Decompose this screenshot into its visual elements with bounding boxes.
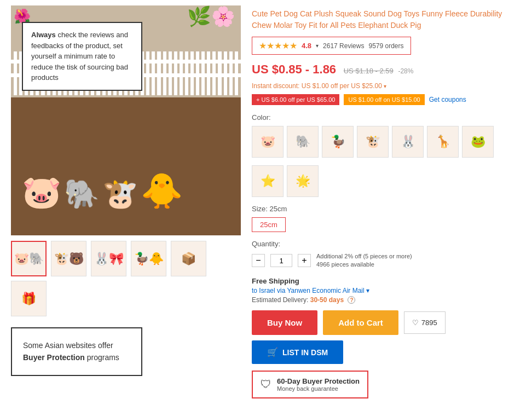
shipping-chevron: ▾ xyxy=(366,287,369,294)
right-panel: Cute Pet Dog Cat Plush Squeak Sound Dog … xyxy=(252,5,521,398)
quantity-section: Quantity: − + Additional 2% off (5 piece… xyxy=(252,240,521,269)
quantity-input[interactable] xyxy=(270,254,292,267)
add-to-cart-button[interactable]: Add to Cart xyxy=(323,310,398,335)
buyer-protection-badge: 🛡 60-Day Buyer Protection Money back gua… xyxy=(252,371,368,398)
size-label: Size: 25cm xyxy=(252,205,521,213)
price-section: US $0.85 - 1.86 US $1.18 - 2.59 -28% xyxy=(252,62,521,77)
wishlist-count: 7895 xyxy=(421,319,437,327)
rating-score: 4.8 xyxy=(302,42,311,50)
star-rating-icon: ★★★★★ xyxy=(259,41,297,51)
color-swatch-pig[interactable]: 🐷 xyxy=(252,126,284,158)
toys-display: 🐷 🐘 🐮 🐥 xyxy=(22,174,230,208)
shipping-section: Free Shipping to Israel via Yanwen Econo… xyxy=(252,277,521,304)
note-bold: Buyer Protection xyxy=(23,353,85,362)
plant-decoration: 🌿🌸 xyxy=(187,5,235,28)
quantity-info: Additional 2% off (5 pieces or more)4966… xyxy=(316,252,412,269)
action-buttons-row: Buy Now Add to Cart ♡ 7895 xyxy=(252,310,521,335)
list-in-dsm-button[interactable]: 🛒 LIST IN DSM xyxy=(252,340,343,364)
thumbnail-strip: 🐷🐘 🐮🐻 🐰🎀 🦆🐥 📦 🎁 xyxy=(11,241,241,316)
color-options-row2: ⭐ 🌟 xyxy=(252,165,521,197)
original-price: US $1.18 - 2.59 xyxy=(344,67,394,75)
coupon-orange: US $1.00 off on US $15.00 xyxy=(344,94,424,105)
thumbnail-6[interactable]: 🎁 xyxy=(11,281,47,316)
info-icon: ? xyxy=(348,296,355,304)
coupon-red: + US $6.00 off per US $65.00 xyxy=(252,94,339,105)
buy-now-button[interactable]: Buy Now xyxy=(252,310,317,335)
cart-icon: 🛒 xyxy=(267,347,278,357)
buyer-protection-subtitle: Money back guarantee xyxy=(277,385,360,392)
buyer-protection-title: 60-Day Buyer Protection xyxy=(277,377,360,385)
delivery-days: 30-50 days xyxy=(310,296,344,304)
current-price: US $0.85 - 1.86 xyxy=(252,62,336,76)
note-pre: Some Asian websites offer xyxy=(23,341,113,350)
instant-discount-chevron: ▾ xyxy=(384,83,386,89)
get-coupons-link[interactable]: Get coupons xyxy=(429,96,466,103)
product-tip-box: Always check the reviews and feedbacks o… xyxy=(22,22,142,91)
quantity-label: Quantity: xyxy=(252,240,521,248)
wishlist-button[interactable]: ♡ 7895 xyxy=(404,311,446,334)
thumbnail-5[interactable]: 📦 xyxy=(171,241,206,276)
buyer-protection-note: Some Asian websites offer Buyer Protecti… xyxy=(11,327,142,376)
main-product-image: 🌿🌸 🌺 🐷 🐘 🐮 🐥 Always check the reviews an… xyxy=(11,5,241,235)
discount-percent: -28% xyxy=(398,67,413,75)
product-title: Cute Pet Dog Cat Plush Squeak Sound Dog … xyxy=(252,8,521,31)
color-swatch-cow[interactable]: 🐮 xyxy=(357,126,389,158)
thumbnail-4[interactable]: 🦆🐥 xyxy=(131,241,166,276)
color-swatch-duck[interactable]: 🦆 xyxy=(322,126,354,158)
instant-discount-text: Instant discount: US $1.00 off per US $2… xyxy=(252,82,521,90)
shipping-detail[interactable]: to Israel via Yanwen Economic Air Mail ▾ xyxy=(252,287,521,294)
color-options-row1: 🐷 🐘 🦆 🐮 🐰 🦒 🐸 xyxy=(252,126,521,158)
shield-icon: 🛡 xyxy=(261,378,271,391)
thumbnail-2[interactable]: 🐮🐻 xyxy=(51,241,86,276)
size-option-25cm[interactable]: 25cm xyxy=(252,217,286,232)
shipping-title: Free Shipping xyxy=(252,277,521,285)
color-label: Color: xyxy=(252,113,521,122)
color-swatch-star2[interactable]: 🌟 xyxy=(287,165,319,197)
order-count: 9579 orders xyxy=(368,42,403,50)
rating-bar[interactable]: ★★★★★ 4.8 ▾ 2617 Reviews 9579 orders xyxy=(252,37,411,55)
tooltip-bold: Always xyxy=(31,31,56,39)
thumbnail-3[interactable]: 🐰🎀 xyxy=(91,241,126,276)
quantity-decrease-button[interactable]: − xyxy=(252,254,265,267)
thumbnail-1[interactable]: 🐷🐘 xyxy=(11,241,47,276)
note-post: programs xyxy=(85,353,119,362)
quantity-increase-button[interactable]: + xyxy=(298,254,311,267)
color-swatch-star1[interactable]: ⭐ xyxy=(252,165,284,197)
review-count: 2617 Reviews xyxy=(323,42,364,50)
color-swatch-frog[interactable]: 🐸 xyxy=(462,126,494,158)
heart-icon: ♡ xyxy=(412,319,419,327)
size-section: Size: 25cm 25cm xyxy=(252,205,521,232)
color-swatch-elephant[interactable]: 🐘 xyxy=(287,126,319,158)
color-swatch-giraffe[interactable]: 🦒 xyxy=(427,126,459,158)
color-swatch-rabbit[interactable]: 🐰 xyxy=(392,126,424,158)
delivery-text: Estimated Delivery: 30-50 days ? xyxy=(252,296,521,304)
coupon-row: + US $6.00 off per US $65.00 US $1.00 of… xyxy=(252,94,521,105)
buyer-protection-text: 60-Day Buyer Protection Money back guara… xyxy=(277,377,360,392)
rating-chevron: ▾ xyxy=(316,43,319,49)
left-panel: 🌿🌸 🌺 🐷 🐘 🐮 🐥 Always check the reviews an… xyxy=(11,5,241,398)
